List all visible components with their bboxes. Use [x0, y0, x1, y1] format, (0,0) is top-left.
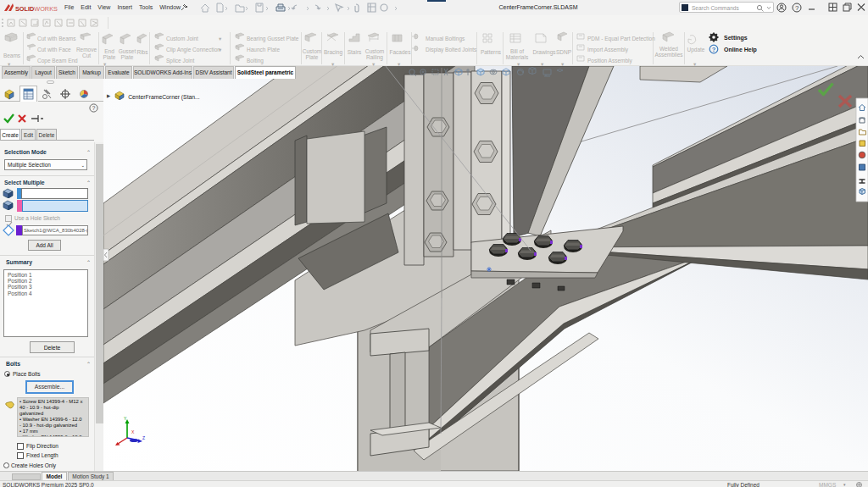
svg-text:SOLIDWORKS: SOLIDWORKS: [15, 5, 58, 13]
svg-text:?: ?: [712, 46, 716, 53]
svg-text:Online Help: Online Help: [724, 47, 757, 53]
svg-text:?: ?: [795, 4, 799, 12]
svg-text:Z: Z: [142, 435, 145, 440]
svg-text:Settings: Settings: [724, 35, 748, 42]
svg-text:?: ?: [92, 105, 95, 111]
